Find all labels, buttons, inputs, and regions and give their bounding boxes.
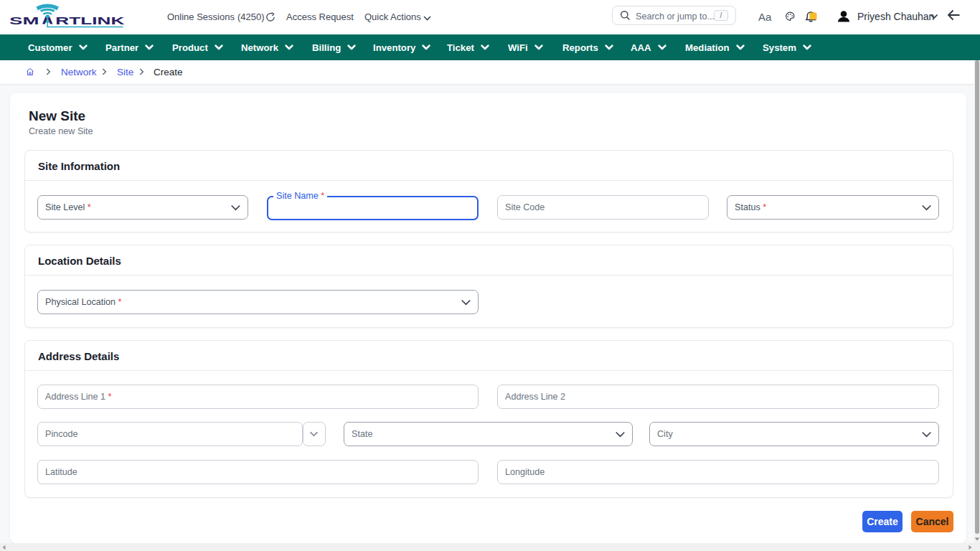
svg-text:RTLINK: RTLINK: [55, 14, 125, 27]
svg-text:SM: SM: [9, 14, 39, 27]
